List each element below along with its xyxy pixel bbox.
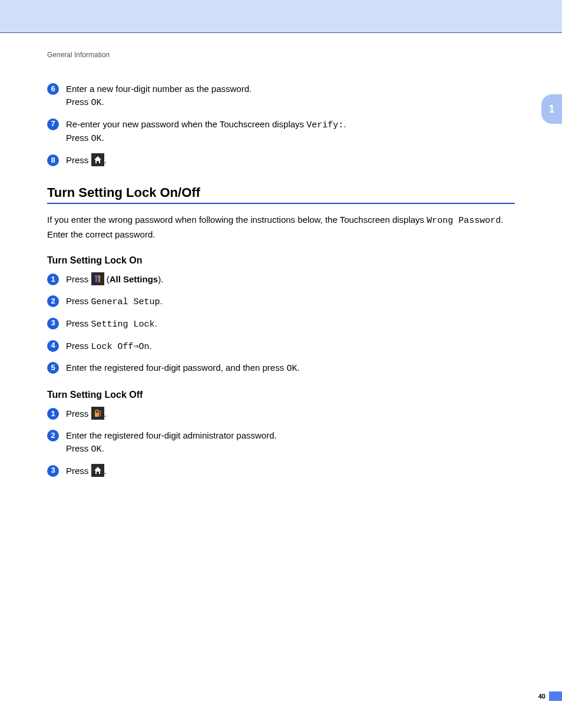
step-text: .: [343, 119, 346, 129]
step-text: Enter the registered four-digit password…: [66, 363, 286, 373]
step-text: Press: [66, 97, 91, 107]
intro-mono: Wrong Password: [427, 216, 501, 226]
step-number-badge: 8: [47, 154, 59, 166]
lock-on-step-1: 1 Press (All Settings).: [47, 273, 515, 286]
step-number-badge: 2: [47, 430, 59, 442]
page-content: General Information 6 Enter a new four-d…: [47, 51, 515, 478]
svg-rect-3: [98, 276, 100, 278]
step-number-badge: 1: [47, 274, 59, 285]
step-text: Re-enter your new password when the Touc…: [66, 119, 306, 129]
page-number: 40: [538, 693, 546, 700]
step-body: Press General Setup.: [66, 295, 515, 309]
press-label: Press: [66, 318, 91, 328]
step-body: Enter the registered four-digit administ…: [66, 429, 515, 456]
step-text: .: [150, 341, 152, 351]
lock-on-step-2: 2 Press General Setup.: [47, 295, 515, 309]
page-number-accent: [549, 691, 562, 701]
step-text: .: [160, 296, 163, 306]
home-icon: [91, 464, 104, 477]
svg-rect-5: [100, 410, 101, 416]
home-icon: [91, 153, 104, 166]
step-7: 7 Re-enter your new password when the To…: [47, 118, 515, 146]
step-text: .: [104, 466, 107, 476]
lock-icon: [91, 407, 104, 420]
step-mono: OK: [91, 444, 102, 454]
breadcrumb: General Information: [47, 51, 515, 59]
step-number-badge: 7: [47, 118, 59, 130]
step-mono: Verify:: [306, 120, 343, 130]
step-body: Press .: [66, 465, 515, 478]
step-mono: OK: [91, 134, 102, 144]
step-text: Press: [66, 443, 91, 453]
lock-off-step-1: 1 Press .: [47, 407, 515, 421]
section-rule: [47, 203, 515, 204]
subhead-lock-on: Turn Setting Lock On: [47, 255, 515, 266]
lock-on-step-3: 3 Press Setting Lock.: [47, 317, 515, 331]
lock-on-step-5: 5 Enter the registered four-digit passwo…: [47, 361, 515, 375]
step-body: Press Setting Lock.: [66, 317, 515, 331]
page-top-bar: [0, 0, 562, 33]
step-body: Press .: [66, 407, 515, 421]
step-mono: Lock Off⇒On: [91, 342, 150, 352]
step-text: .: [104, 155, 107, 165]
press-label: Press: [66, 466, 91, 476]
step-text: Press: [66, 133, 91, 143]
step-bold: All Settings: [110, 274, 158, 284]
step-mono: Setting Lock: [91, 319, 155, 330]
step-text: .: [102, 97, 104, 107]
step-number-badge: 5: [47, 362, 59, 374]
step-text: .: [297, 363, 299, 373]
step-mono: OK: [91, 98, 102, 108]
intro-text: If you enter the wrong password when fol…: [47, 215, 427, 225]
chapter-tab: 1: [541, 94, 562, 124]
svg-rect-1: [95, 275, 98, 277]
step-number-badge: 3: [47, 465, 59, 477]
step-text: .: [104, 409, 107, 419]
step-text: Enter a new four-digit number as the pas…: [66, 84, 252, 94]
step-body: Press .: [66, 154, 515, 167]
lock-off-step-3: 3 Press .: [47, 465, 515, 478]
press-label: Press: [66, 296, 91, 306]
section-intro: If you enter the wrong password when fol…: [47, 213, 515, 241]
press-label: Press: [66, 341, 91, 351]
step-6: 6 Enter a new four-digit number as the p…: [47, 83, 515, 110]
step-body: Press Lock Off⇒On.: [66, 340, 515, 354]
step-body: Enter a new four-digit number as the pas…: [66, 83, 515, 110]
step-text: Enter the registered four-digit administ…: [66, 430, 277, 440]
press-label: Press: [66, 274, 91, 284]
step-body: Enter the registered four-digit password…: [66, 361, 515, 375]
step-number-badge: 6: [47, 83, 59, 95]
step-number-badge: 1: [47, 408, 59, 420]
step-body: Press (All Settings).: [66, 273, 515, 286]
press-label: Press: [66, 155, 91, 165]
lock-on-step-4: 4 Press Lock Off⇒On.: [47, 340, 515, 354]
step-text: .: [102, 133, 104, 143]
step-mono: General Setup: [91, 297, 160, 307]
step-number-badge: 2: [47, 295, 59, 307]
section-title: Turn Setting Lock On/Off: [47, 185, 515, 200]
svg-rect-2: [98, 275, 100, 282]
step-mono: OK: [286, 364, 297, 374]
step-text: (: [104, 274, 110, 284]
step-text: .: [102, 443, 104, 453]
step-text: ).: [158, 274, 163, 284]
step-text: .: [155, 318, 157, 328]
lock-off-step-2: 2 Enter the registered four-digit admini…: [47, 429, 515, 456]
step-number-badge: 3: [47, 318, 59, 330]
step-number-badge: 4: [47, 340, 59, 352]
tools-icon: [91, 272, 104, 285]
subhead-lock-off: Turn Setting Lock Off: [47, 390, 515, 400]
step-8: 8 Press .: [47, 154, 515, 167]
press-label: Press: [66, 409, 91, 419]
svg-rect-4: [95, 413, 99, 417]
step-body: Re-enter your new password when the Touc…: [66, 118, 515, 146]
